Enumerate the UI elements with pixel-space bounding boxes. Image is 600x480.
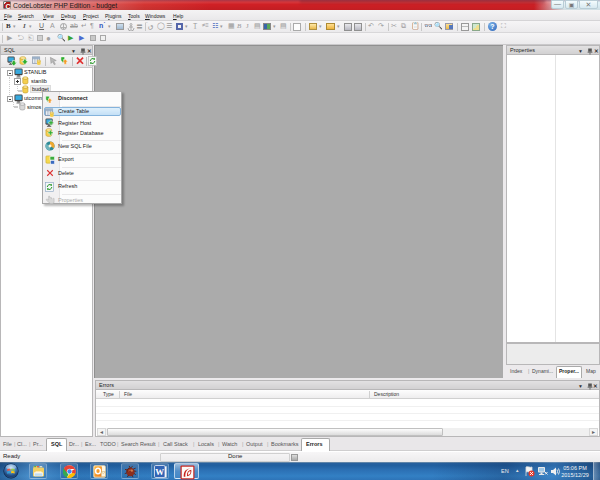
svg-text:W: W xyxy=(155,467,164,477)
